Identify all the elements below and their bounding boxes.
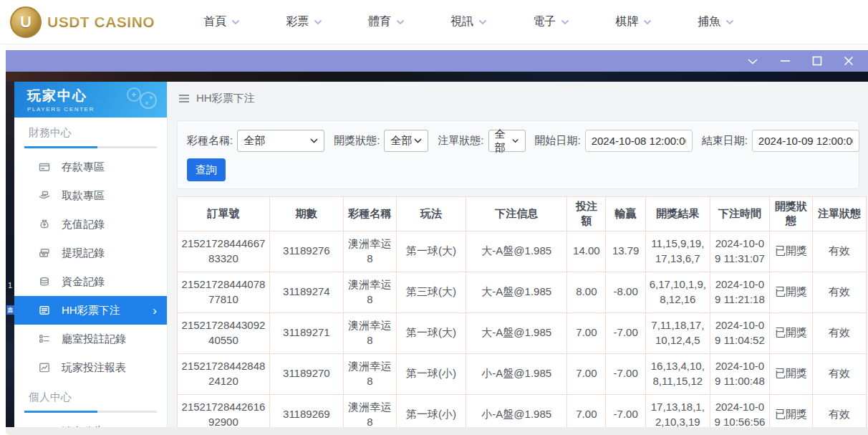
sidebar-header: 玩家中心 PLAYERS CENTER [14, 82, 167, 118]
sidebar-item-player-bet-report[interactable]: 玩家投注報表 [14, 353, 167, 382]
table-cell: 31189270 [269, 353, 343, 394]
table-row[interactable]: 215217284428482412031189270澳洲幸运8第一球(小)小-… [178, 353, 867, 394]
table-cell: 有效 [812, 272, 866, 312]
bets-table: 訂單號期數彩種名稱玩法下注信息投注額輸贏開獎結果下注時間開獎狀態注單狀態 215… [177, 196, 867, 427]
money-bag-icon [39, 219, 50, 230]
draw-status-select[interactable]: 全部 [384, 130, 428, 152]
table-cell: 2024-10-09 10:56:56 [710, 394, 770, 427]
sidebar-item-hall-bet-record[interactable]: 廳室投註記錄 [14, 325, 167, 353]
chevron-down-icon [512, 138, 519, 143]
table-cell: 2024-10-09 11:31:07 [710, 231, 770, 272]
table-cell: 2024-10-09 11:04:52 [710, 312, 770, 353]
start-date-input[interactable] [585, 130, 693, 152]
nav-item-label: 捕魚 [698, 14, 720, 29]
list-card-icon [39, 305, 50, 316]
table-cell: 有效 [812, 353, 866, 394]
table-cell: 2152172844466783320 [178, 231, 270, 272]
table-cell: 小-A盤@1.985 [466, 394, 567, 427]
table-cell: 有效 [812, 394, 866, 427]
deposit-card-icon [39, 161, 50, 173]
table-cell: 第一球(小) [396, 394, 466, 427]
chevron-down-icon [478, 19, 487, 25]
table-cell: 14.00 [567, 231, 606, 272]
table-cell: 31189276 [269, 231, 343, 272]
table-cell: 大-A盤@1.985 [466, 231, 567, 272]
section-divider [24, 411, 157, 413]
sidebar-item-label: 充值記錄 [62, 218, 105, 231]
breadcrumb: HH彩票下注 [168, 82, 868, 115]
nav-item-sports[interactable]: 體育 [368, 14, 405, 29]
search-button[interactable]: 查詢 [187, 158, 226, 181]
sidebar-item-withdrawal-record[interactable]: 提現記錄 [14, 239, 167, 267]
window-close-icon[interactable] [844, 56, 854, 66]
table-cell: 7.00 [567, 394, 606, 427]
table-cell: 31189274 [269, 272, 343, 312]
announcement-icon [39, 426, 50, 427]
logo[interactable]: U USDT CASINO [10, 6, 155, 38]
table-row[interactable]: 215217284440787781031189274澳洲幸运8第三球(大)大-… [178, 272, 867, 312]
nav-item-home[interactable]: 首頁 [203, 14, 240, 29]
window-chevron-down-icon[interactable] [747, 58, 758, 64]
background-strip: 1 鑫 [6, 82, 14, 427]
sidebar-item-label: 資金記錄 [62, 275, 105, 289]
table-cell: 大-A盤@1.985 [466, 272, 567, 312]
table-cell: 已開獎 [770, 272, 813, 312]
column-header: 下注時間 [710, 197, 770, 231]
table-cell: 2152172844407877810 [178, 272, 270, 312]
nav-item-electronic[interactable]: 電子 [533, 14, 569, 29]
draw-status-label: 開獎狀態: [334, 134, 380, 148]
nav-item-board-games[interactable]: 棋牌 [615, 14, 652, 29]
table-cell: 17,13,18,1,2,10,3,19 [646, 394, 710, 427]
table-row[interactable]: 215217284446678332031189276澳洲幸运8第一球(大)大-… [178, 231, 867, 272]
chevron-down-icon [643, 19, 652, 25]
coins-icon [39, 276, 50, 287]
table-cell: 8.00 [567, 272, 606, 312]
column-header: 訂單號 [178, 197, 270, 231]
lottery-name-select[interactable]: 全部 [237, 130, 324, 152]
window-maximize-icon[interactable] [812, 56, 822, 66]
table-cell: 11,15,9,19,17,13,6,7 [646, 231, 710, 272]
window-minimize-icon[interactable] [780, 59, 791, 62]
table-cell: 第一球(大) [396, 231, 466, 272]
hamburger-icon[interactable] [178, 94, 190, 103]
filter-panel: 彩種名稱: 全部 開獎狀態: 全部 注單狀態: 全部 [177, 120, 859, 189]
sidebar-item-withdraw[interactable]: 取款專區 [14, 181, 167, 210]
banknote-icon [39, 247, 50, 259]
table-cell: -7.00 [606, 312, 646, 353]
sidebar-item-announcements[interactable]: 消息公告 [14, 417, 167, 427]
report-chart-icon [39, 362, 50, 373]
sidebar-item-hh-lottery-bet[interactable]: HH彩票下注› [14, 296, 167, 325]
column-header: 投注額 [567, 197, 606, 231]
column-header: 開獎狀態 [770, 197, 813, 231]
table-row[interactable]: 215217284426169290031189269澳洲幸运8第一球(小)小-… [178, 394, 867, 427]
logo-text: USDT CASINO [47, 14, 155, 31]
end-date-input[interactable] [752, 130, 859, 152]
sidebar-section-title: 個人中心 [14, 391, 167, 404]
table-cell: 澳洲幸运8 [343, 272, 396, 312]
table-cell: 有效 [812, 231, 866, 272]
nav-item-video[interactable]: 視訊 [450, 14, 487, 29]
sidebar-item-deposit[interactable]: 存款專區 [14, 153, 167, 181]
sidebar-item-label: 提現記錄 [62, 247, 105, 260]
chevron-down-icon [396, 19, 405, 25]
bet-status-select[interactable]: 全部 [488, 130, 526, 152]
sidebar-item-funds-record[interactable]: 資金記錄 [14, 267, 167, 296]
table-cell: 第一球(大) [396, 312, 466, 353]
start-date-label: 開始日期: [535, 134, 581, 148]
sidebar-item-recharge-record[interactable]: 充值記錄 [14, 210, 167, 239]
table-cell: 13.79 [606, 231, 646, 272]
gamepad-icon [120, 85, 161, 118]
table-cell: -8.00 [606, 272, 646, 312]
nav-item-label: 電子 [533, 14, 556, 29]
nav-item-label: 體育 [368, 14, 391, 29]
nav-item-lottery[interactable]: 彩票 [286, 14, 322, 29]
table-cell: 小-A盤@1.985 [466, 353, 567, 394]
table-cell: 2152172844261692900 [178, 394, 270, 427]
table-cell: 已開獎 [770, 353, 813, 394]
table-cell: 31189271 [269, 312, 343, 353]
sidebar-item-label: 玩家投注報表 [62, 361, 126, 375]
nav-item-fishing[interactable]: 捕魚 [698, 14, 734, 29]
section-divider [24, 146, 157, 148]
table-row[interactable]: 215217284430924055031189271澳洲幸运8第一球(大)大-… [178, 312, 867, 353]
sidebar-item-label: 消息公告 [62, 425, 105, 428]
